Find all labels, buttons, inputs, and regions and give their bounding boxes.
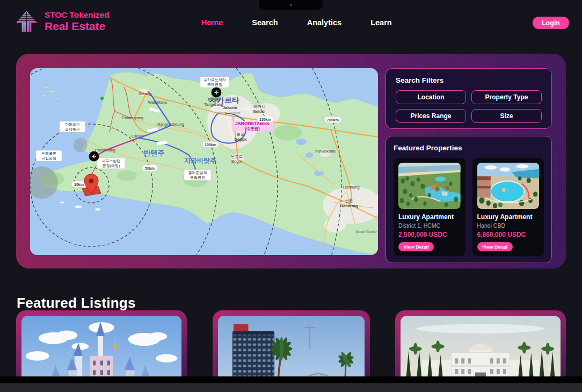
filter-property-type-button[interactable]: Property Type xyxy=(471,90,542,104)
view-detail-button[interactable]: View Detail xyxy=(398,242,434,251)
featured-properties-panel: Featured Properties xyxy=(385,136,552,263)
property-location: Hanoi CBD xyxy=(477,222,540,229)
svg-text:✈: ✈ xyxy=(91,153,96,159)
property-price: 2,500,000 USDC xyxy=(398,231,461,238)
property-photo-hcmc xyxy=(398,163,461,209)
svg-text:국제공항: 국제공항 xyxy=(207,83,222,87)
svg-text:Panimbang: Panimbang xyxy=(95,148,115,153)
featured-properties-title: Featured Properties xyxy=(394,144,544,152)
svg-text:100km: 100km xyxy=(205,143,216,147)
svg-text:우중쿨론: 우중쿨론 xyxy=(41,151,56,155)
svg-text:✈: ✈ xyxy=(214,89,219,96)
svg-text:Lembang: Lembang xyxy=(343,185,359,190)
svg-text:수카르노하타: 수카르노하타 xyxy=(203,78,226,82)
search-filters-panel: Search Filters Location Property Type Pr… xyxy=(385,68,552,129)
filter-prices-range-button[interactable]: Prices Range xyxy=(396,109,466,123)
svg-text:Walantaka: Walantaka xyxy=(148,100,167,105)
property-cards-row: Luxury Apartment District 1, HCMC 2,500,… xyxy=(394,158,544,256)
svg-text:경제특구: 경제특구 xyxy=(65,127,80,132)
device-bezel-black xyxy=(0,376,582,383)
svg-text:200km: 200km xyxy=(327,118,339,122)
property-card-hcmc[interactable]: Luxury Apartment District 1, HCMC 2,500,… xyxy=(394,158,465,256)
svg-text:할리문살락: 할리문살락 xyxy=(188,171,208,175)
svg-text:(수도권): (수도권) xyxy=(245,126,260,131)
nav-item-analytics[interactable]: Analytics xyxy=(307,18,341,27)
hero-panel: 자카르타 반텐주 자와바랏주 탕게랑 Tangerang Jakarta Jak… xyxy=(16,54,566,268)
property-name: Luxury Apartment xyxy=(398,213,461,221)
svg-text:Bogor: Bogor xyxy=(231,159,243,164)
resort-aerial-photo xyxy=(398,163,461,209)
property-price: 6,860,000 USDC xyxy=(477,231,540,238)
nav-item-learn[interactable]: Learn xyxy=(370,18,392,27)
svg-text:Mount Guntur: Mount Guntur xyxy=(355,230,377,234)
view-detail-button[interactable]: View Detail xyxy=(477,242,513,251)
svg-text:Bekasi: Bekasi xyxy=(253,109,266,114)
filter-location-button[interactable]: Location xyxy=(396,90,466,104)
pool-resort-photo xyxy=(477,163,540,209)
area-label-west-java: 자와바랏주 xyxy=(184,157,216,164)
svg-text:국립공원: 국립공원 xyxy=(41,156,56,161)
property-name: Luxury Apartment xyxy=(477,213,540,221)
svg-text:사무스반텐: 사무스반텐 xyxy=(102,159,121,163)
search-filters-title: Search Filters xyxy=(396,76,542,84)
svg-text:탕게랑: 탕게랑 xyxy=(208,97,220,102)
svg-text:Cileles: Cileles xyxy=(132,134,144,139)
nav-item-home[interactable]: Home xyxy=(201,18,223,27)
svg-text:Depok: Depok xyxy=(235,137,248,142)
svg-text:10km: 10km xyxy=(74,183,84,186)
nav-item-search[interactable]: Search xyxy=(252,18,278,27)
svg-text:Jakarta: Jakarta xyxy=(223,105,237,110)
svg-text:Pandeglang: Pandeglang xyxy=(122,115,143,120)
svg-text:공항(예정): 공항(예정) xyxy=(103,164,120,168)
svg-text:Bandung: Bandung xyxy=(340,204,358,208)
main-nav: Home Search Analytics Learn xyxy=(201,18,392,27)
tanjung-zone-circle xyxy=(74,138,88,152)
svg-text:Tangerang: Tangerang xyxy=(204,102,223,107)
brand-line1: STOC Tokenized xyxy=(45,11,110,20)
svg-text:국립공원: 국립공원 xyxy=(190,176,205,180)
jabodetabek-highlight: JABODETABEK (수도권) xyxy=(232,121,273,131)
login-button[interactable]: Login xyxy=(533,17,569,29)
svg-text:반둥: 반둥 xyxy=(345,199,353,204)
area-label-banten: 반텐주 xyxy=(144,149,165,157)
brand-line2: Real Estate xyxy=(45,20,110,33)
brand-logo-block[interactable]: STOC Tokenized Real Estate xyxy=(14,9,110,34)
map-canvas: 자카르타 반텐주 자와바랏주 탕게랑 Tangerang Jakarta Jak… xyxy=(30,68,378,255)
svg-text:드폭: 드폭 xyxy=(237,132,245,137)
svg-text:Serang: Serang xyxy=(139,91,151,96)
filter-size-button[interactable]: Size xyxy=(471,109,542,123)
svg-text:Rangkasbitung: Rangkasbitung xyxy=(157,122,184,127)
property-location: District 1, HCMC xyxy=(398,222,461,229)
svg-text:보고르: 보고르 xyxy=(231,154,243,159)
property-card-hanoi[interactable]: Luxury Apartment Hanoi CBD 6,860,000 USD… xyxy=(472,158,544,256)
airplane-icon-shia: ✈ xyxy=(212,88,222,98)
svg-text:탄중르순: 탄중르순 xyxy=(65,122,80,126)
park-poi-icon xyxy=(100,97,104,100)
app-screen: STOC Tokenized Real Estate Home Search A… xyxy=(0,0,582,392)
hero-side-column: Search Filters Location Property Type Pr… xyxy=(385,68,552,254)
svg-text:버카시: 버카시 xyxy=(253,104,266,109)
svg-text:150km: 150km xyxy=(259,118,271,121)
airplane-icon-banten: ✈ xyxy=(89,151,99,162)
svg-text:50km: 50km xyxy=(145,166,155,170)
map-container[interactable]: 자카르타 반텐주 자와바랏주 탕게랑 Tangerang Jakarta Jak… xyxy=(30,68,378,255)
property-photo-hanoi xyxy=(477,163,540,209)
svg-text:Purwakarta: Purwakarta xyxy=(315,149,336,154)
device-bezel-gray xyxy=(0,383,582,392)
arrow-logo-icon xyxy=(14,9,39,34)
device-notch xyxy=(259,0,323,10)
svg-text:Jakarta Selatan: Jakarta Selatan xyxy=(216,111,241,115)
camera-dot xyxy=(290,4,292,6)
featured-listings-title: Featured Listings xyxy=(17,295,136,311)
filter-grid: Location Property Type Prices Range Size xyxy=(396,90,542,123)
